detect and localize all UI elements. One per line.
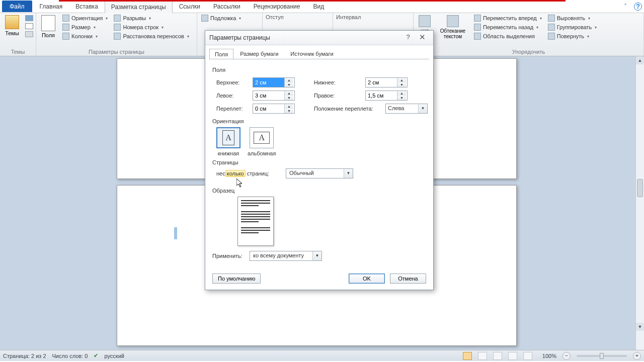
default-button[interactable]: По умолчанию — [212, 274, 261, 284]
help-icon[interactable]: ? — [634, 3, 642, 11]
tab-insert[interactable]: Вставка — [69, 1, 105, 12]
line-numbers-button[interactable]: Номера строк▾ — [113, 23, 190, 31]
send-backward-label: Переместить назад — [483, 24, 533, 30]
combo-apply-to[interactable]: ко всему документу ▼ — [250, 251, 322, 261]
theme-fonts-icon[interactable] — [25, 23, 33, 29]
watermark-button[interactable]: Подложка▾ — [200, 14, 242, 22]
scroll-thumb[interactable] — [637, 179, 643, 197]
vertical-scrollbar[interactable]: ▲ ▼ — [635, 56, 644, 353]
spinner-top[interactable]: ▲▼ — [253, 77, 295, 87]
bring-forward-button[interactable]: Переместить вперед▾ — [473, 14, 543, 22]
dialog-titlebar[interactable]: Параметры страницы ? ✕ — [205, 31, 433, 45]
orientation-landscape-button[interactable]: A альбомная — [248, 127, 276, 156]
landscape-label: альбомная — [248, 150, 276, 156]
themes-icon — [5, 15, 19, 29]
spin-up-icon[interactable]: ▲ — [285, 91, 293, 96]
rotate-label: Повернуть — [557, 33, 584, 39]
input-gutter[interactable] — [253, 104, 284, 113]
input-top[interactable] — [253, 78, 284, 87]
breaks-button[interactable]: Разрывы▾ — [113, 14, 190, 22]
tab-file[interactable]: Файл — [2, 1, 32, 12]
wrap-label: Обтекание текстом — [439, 28, 467, 39]
tab-view[interactable]: Вид — [306, 1, 331, 12]
chevron-down-icon: ▾ — [106, 16, 108, 21]
minimize-ribbon-icon[interactable]: ˄ — [621, 2, 630, 11]
dialog-help-button[interactable]: ? — [401, 33, 415, 43]
chevron-down-icon[interactable]: ▼ — [344, 169, 353, 178]
selection-pane-label: Область выделения — [483, 33, 535, 39]
orientation-button[interactable]: Ориентация▾ — [61, 14, 109, 22]
size-button[interactable]: Размер▾ — [61, 23, 109, 31]
status-page[interactable]: Страница: 2 из 2 — [3, 353, 46, 359]
proofing-icon[interactable]: ✔ — [94, 352, 98, 359]
zoom-out-button[interactable]: − — [562, 352, 571, 360]
combo-multipages[interactable]: Обычный ▼ — [286, 168, 353, 178]
view-print-layout-button[interactable] — [463, 352, 472, 360]
chevron-down-icon[interactable]: ▼ — [312, 251, 321, 260]
send-backward-button[interactable]: Переместить назад▾ — [473, 23, 543, 31]
spin-down-icon[interactable]: ▼ — [285, 82, 293, 87]
dialog-tab-margins[interactable]: Поля — [209, 49, 233, 60]
dialog-tab-paper[interactable]: Размер бумаги — [234, 48, 284, 59]
spin-up-icon[interactable]: ▲ — [285, 78, 293, 82]
zoom-in-button[interactable]: + — [633, 352, 641, 360]
cancel-button[interactable]: Отмена — [390, 274, 426, 284]
group-button[interactable]: Группировать▾ — [547, 23, 598, 31]
selection-pane-button[interactable]: Область выделения — [473, 32, 543, 40]
theme-colors-icon[interactable] — [25, 15, 33, 21]
status-language[interactable]: русский — [104, 353, 124, 359]
view-outline-button[interactable] — [508, 352, 517, 360]
spin-down-icon[interactable]: ▼ — [397, 96, 406, 100]
theme-effects-icon[interactable] — [25, 31, 33, 37]
spinner-bottom[interactable]: ▲▼ — [365, 77, 408, 87]
view-full-screen-button[interactable] — [478, 352, 487, 360]
tab-home[interactable]: Главная — [33, 1, 69, 12]
orientation-portrait-button[interactable]: A книжная — [216, 127, 240, 156]
input-bottom[interactable] — [366, 78, 397, 87]
wrap-text-icon — [447, 15, 459, 27]
scroll-down-icon[interactable]: ▼ — [636, 323, 644, 331]
spinner-gutter[interactable]: ▲▼ — [253, 104, 295, 114]
tab-page-layout[interactable]: Разметка страницы — [105, 1, 173, 13]
wrap-text-button[interactable]: Обтекание текстом — [437, 14, 469, 40]
zoom-percent[interactable]: 100% — [542, 353, 556, 359]
rotate-button[interactable]: Повернуть▾ — [547, 32, 598, 40]
spinner-right[interactable]: ▲▼ — [365, 90, 408, 101]
spin-up-icon[interactable]: ▲ — [397, 78, 406, 82]
view-web-layout-button[interactable] — [493, 352, 502, 360]
label-gutter-pos: Положение переплета: — [314, 106, 381, 112]
spin-up-icon[interactable]: ▲ — [397, 91, 406, 96]
input-right[interactable] — [366, 91, 397, 100]
zoom-slider[interactable] — [577, 355, 627, 357]
status-words[interactable]: Число слов: 0 — [52, 353, 88, 359]
tab-references[interactable]: Ссылки — [173, 1, 207, 12]
hyphenation-button[interactable]: Расстановка переносов▾ — [113, 32, 190, 40]
dialog-close-button[interactable]: ✕ — [415, 33, 429, 43]
align-button[interactable]: Выровнять▾ — [547, 14, 598, 22]
line-numbers-icon — [114, 24, 121, 31]
margins-button[interactable]: Поля — [39, 14, 57, 39]
tab-mailings[interactable]: Рассылки — [207, 1, 247, 12]
view-draft-button[interactable] — [523, 352, 532, 360]
combo-gutter-pos[interactable]: Слева ▼ — [385, 104, 428, 114]
bring-forward-icon — [474, 15, 481, 22]
dialog-tab-layout[interactable]: Источник бумаги — [285, 48, 339, 59]
themes-button[interactable]: Темы — [3, 14, 21, 37]
ok-button[interactable]: OK — [349, 274, 385, 284]
input-left[interactable] — [253, 91, 284, 100]
scroll-up-icon[interactable]: ▲ — [636, 56, 644, 64]
chevron-down-icon: ▾ — [536, 25, 538, 30]
multipages-highlight: колько — [225, 170, 246, 177]
spinner-left[interactable]: ▲▼ — [253, 90, 295, 101]
zoom-slider-thumb[interactable] — [600, 353, 604, 359]
dialog-tabs: Поля Размер бумаги Источник бумаги — [205, 45, 433, 59]
chevron-down-icon: ▾ — [595, 25, 597, 30]
columns-button[interactable]: Колонки▾ — [61, 32, 109, 40]
scroll-track[interactable] — [637, 64, 643, 323]
spin-up-icon[interactable]: ▲ — [285, 104, 293, 109]
spin-down-icon[interactable]: ▼ — [397, 82, 406, 87]
spin-down-icon[interactable]: ▼ — [285, 96, 293, 100]
tab-review[interactable]: Рецензирование — [247, 1, 307, 12]
chevron-down-icon[interactable]: ▼ — [418, 104, 427, 113]
spin-down-icon[interactable]: ▼ — [285, 109, 293, 113]
